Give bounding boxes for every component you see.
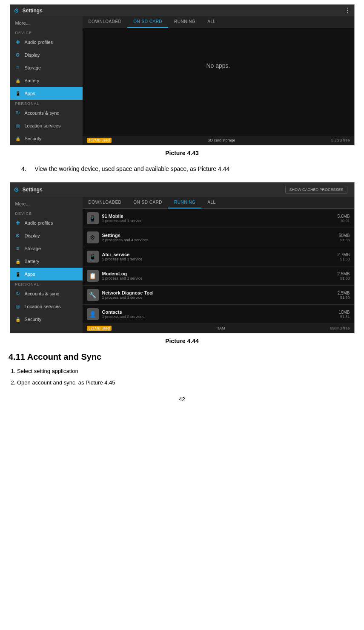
app-info: Network Diagnose Tool 1 process and 1 se… — [102, 290, 338, 300]
screenshot-43: ⚙ Settings ⋮ More... DEVICE Audio profil… — [10, 4, 355, 145]
menu-label: Accounts & sync — [25, 291, 59, 296]
section-personal-43: PERSONAL — [10, 100, 83, 107]
more-button-43[interactable]: More... — [10, 18, 83, 29]
app-stats: 2.5MB 51:38 — [338, 272, 350, 280]
menu-label: Display — [25, 52, 40, 58]
topbar-44: ⚙ Settings SHOW CACHED PROCESSES — [10, 182, 354, 197]
tab-all-44[interactable]: ALL — [201, 197, 221, 208]
list-item[interactable]: 📱 91 Mobile 1 process and 1 service 5.6M… — [83, 209, 354, 228]
menu-apps-44[interactable]: Apps — [10, 268, 83, 280]
instruction-4-text: View the working device, used space and … — [34, 165, 229, 172]
caption-43: Picture 4.43 — [9, 150, 355, 156]
main-panel-44: DOWNLOADED ON SD CARD RUNNING ALL 📱 91 M… — [83, 197, 354, 333]
caption-44: Picture 4.44 — [9, 338, 355, 344]
show-cached-button[interactable]: SHOW CACHED PROCESSES — [285, 186, 347, 194]
menu-storage-44[interactable]: Storage — [10, 242, 83, 255]
app-size: 60MB — [338, 233, 350, 238]
location-icon-43 — [14, 122, 21, 129]
list-item[interactable]: ⚙ Settings 2 processes and 4 services 60… — [83, 228, 354, 247]
page-number: 42 — [9, 396, 355, 402]
tab-onsdcard-44[interactable]: ON SD CARD — [127, 197, 168, 208]
no-apps-text-43: No apps. — [83, 62, 354, 69]
menu-label: Apps — [25, 91, 35, 96]
list-item[interactable]: 📋 ModemLog 1 process and 1 service 2.5MB… — [83, 266, 354, 286]
app-stats: 5.6MB 10:01 — [338, 214, 350, 223]
instruction-411-1: Select setting application — [17, 367, 355, 376]
display-icon-43 — [14, 52, 21, 58]
app-name: Atci_service — [102, 252, 338, 257]
app-icon: 📱 — [87, 212, 99, 224]
apps-icon-44 — [14, 271, 21, 277]
menu-security-44[interactable]: Security — [10, 313, 83, 326]
app-time: 51:38 — [338, 276, 350, 280]
screenshot-44: ⚙ Settings SHOW CACHED PROCESSES More...… — [10, 182, 355, 333]
menu-label: Display — [25, 233, 40, 238]
menu-label: Storage — [25, 246, 41, 251]
menu-storage-43[interactable]: Storage — [10, 61, 83, 74]
tab-onsdcard-43[interactable]: ON SD CARD — [127, 16, 168, 28]
tab-all-43[interactable]: ALL — [201, 16, 221, 28]
section-heading-411: 4.11 Account and Sync — [9, 352, 355, 362]
menu-battery-44[interactable]: Battery — [10, 255, 83, 268]
app-info: Contacts 1 process and 2 services — [102, 309, 339, 319]
menu-label: Audio profiles — [25, 40, 53, 45]
app-time: 51:36 — [338, 238, 350, 242]
menu-audio-profiles-44[interactable]: Audio profiles — [10, 217, 83, 229]
menu-location-43[interactable]: Location services — [10, 119, 83, 132]
instruction-4: 4. View the working device, used space a… — [21, 164, 343, 173]
storage-used-43: 482MB used — [87, 138, 112, 143]
app-sub: 2 processes and 4 services — [102, 238, 339, 242]
overflow-icon-43[interactable]: ⋮ — [344, 6, 351, 14]
menu-display-43[interactable]: Display — [10, 49, 83, 61]
app-size: 5.6MB — [338, 214, 350, 219]
tab-downloaded-44[interactable]: DOWNLOADED — [83, 197, 128, 208]
app-sub: 1 process and 2 services — [102, 315, 339, 319]
menu-battery-43[interactable]: Battery — [10, 74, 83, 87]
security-icon-44 — [14, 316, 21, 323]
app-time: 10:01 — [338, 219, 350, 223]
menu-label: Apps — [25, 272, 35, 277]
menu-label: Storage — [25, 65, 41, 70]
app-icon: 📋 — [87, 270, 99, 282]
ss-body-44: More... DEVICE Audio profiles Display St… — [10, 197, 354, 333]
storage-icon-44 — [14, 245, 21, 252]
app-icon: 👤 — [87, 308, 99, 320]
apps-icon-43 — [14, 90, 21, 97]
accounts-icon-43 — [14, 110, 21, 116]
page: ⚙ Settings ⋮ More... DEVICE Audio profil… — [0, 0, 364, 415]
topbar-43: ⚙ Settings ⋮ — [10, 5, 354, 16]
app-size: 10MB — [338, 310, 350, 315]
app-info: 91 Mobile 1 process and 1 service — [102, 214, 338, 223]
app-stats: 2.7MB 51:50 — [338, 252, 350, 261]
menu-accounts-43[interactable]: Accounts & sync — [10, 107, 83, 119]
list-item[interactable]: 📱 Atci_service 1 process and 1 service 2… — [83, 247, 354, 266]
tab-running-43[interactable]: RUNNING — [168, 16, 201, 28]
instruction-411-2: Open account and sync, as Picture 4.45 — [17, 379, 355, 387]
topbar-title-43: Settings — [23, 8, 43, 14]
menu-audio-profiles-43[interactable]: Audio profiles — [10, 36, 83, 49]
security-icon-43 — [14, 135, 21, 142]
settings-icon-43: ⚙ — [14, 7, 19, 14]
menu-accounts-44[interactable]: Accounts & sync — [10, 287, 83, 300]
storage-icon-43 — [14, 64, 21, 71]
menu-security-43[interactable]: Security — [10, 132, 83, 145]
app-info: Settings 2 processes and 4 services — [102, 233, 339, 242]
menu-apps-43[interactable]: Apps — [10, 87, 83, 100]
menu-label: Location services — [25, 304, 61, 309]
tab-running-44[interactable]: RUNNING — [168, 197, 201, 208]
menu-label: Audio profiles — [25, 220, 53, 225]
app-size: 2.5MB — [338, 291, 350, 295]
list-item[interactable]: 👤 Contacts 1 process and 2 services 10MB… — [83, 305, 354, 324]
app-icon: 📱 — [87, 251, 99, 263]
tab-downloaded-43[interactable]: DOWNLOADED — [83, 16, 128, 28]
app-sub: 1 process and 1 service — [102, 295, 338, 300]
menu-label: Location services — [25, 123, 61, 128]
menu-location-44[interactable]: Location services — [10, 300, 83, 313]
menu-display-44[interactable]: Display — [10, 229, 83, 242]
sidebar-43: More... DEVICE Audio profiles Display St… — [10, 16, 83, 145]
app-size: 2.5MB — [338, 272, 350, 276]
list-item[interactable]: 🔧 Network Diagnose Tool 1 process and 1 … — [83, 286, 354, 305]
app-stats: 2.5MB 51:50 — [338, 291, 350, 300]
instruction-4-num: 4. — [21, 165, 26, 172]
more-button-44[interactable]: More... — [10, 199, 83, 210]
